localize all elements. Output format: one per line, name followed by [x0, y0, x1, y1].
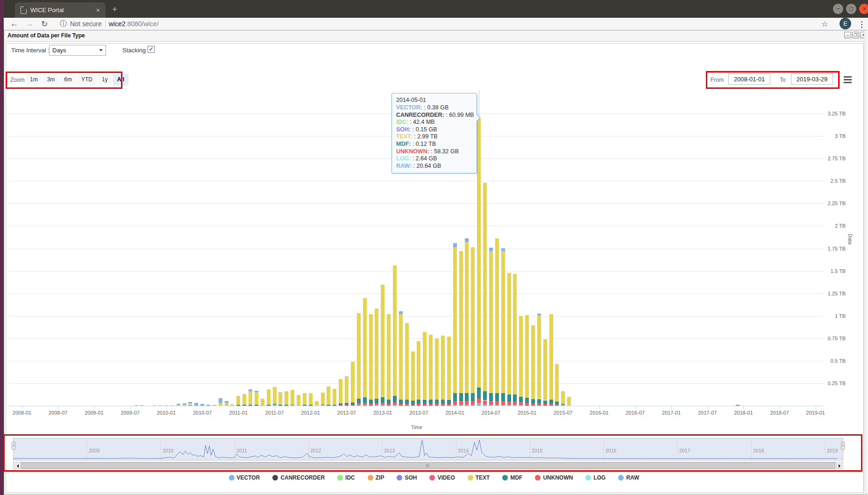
bar-segment-text[interactable] [537, 316, 541, 399]
bar-segment-mdf[interactable] [477, 387, 481, 398]
bar-segment-mdf[interactable] [273, 404, 277, 405]
bar-segment-mdf[interactable] [507, 395, 511, 402]
bar-segment-text[interactable] [315, 401, 319, 406]
bar-segment-mdf[interactable] [363, 397, 367, 403]
chart-menu-icon[interactable] [844, 76, 852, 85]
bar-segment-unknown[interactable] [357, 403, 361, 405]
bar-segment-text[interactable] [736, 404, 740, 405]
bar-segment-mdf[interactable] [489, 393, 493, 401]
bar-segment-mdf[interactable] [513, 395, 517, 402]
bar-segment-text[interactable] [435, 338, 439, 400]
bar-segment-text[interactable] [345, 376, 349, 403]
bar-segment-mdf[interactable] [375, 399, 378, 403]
bar-segment-unknown[interactable] [375, 403, 378, 405]
bar-segment-unknown[interactable] [393, 402, 397, 405]
bar-segment-mdf[interactable] [561, 404, 565, 405]
bar-segment-mdf[interactable] [483, 391, 487, 400]
bar-segment-text[interactable] [351, 362, 355, 402]
bar-segment-unknown[interactable] [495, 401, 499, 405]
bar-segment-vector[interactable] [453, 243, 457, 248]
bar-segment-mdf[interactable] [453, 393, 457, 401]
avatar[interactable]: E [840, 18, 851, 29]
bar-segment-vector[interactable] [188, 402, 192, 403]
bar-segment-text[interactable] [411, 352, 415, 401]
url-text[interactable]: wice2:8080/wice/ [109, 20, 159, 28]
bar-segment-vector[interactable] [489, 248, 493, 251]
bar-segment-text[interactable] [561, 391, 565, 404]
legend-item-idc[interactable]: IDC [337, 474, 355, 481]
tab-close-icon[interactable]: × [94, 7, 102, 14]
bar-segment-unknown[interactable] [453, 401, 457, 405]
bar-segment-mdf[interactable] [417, 400, 420, 404]
bar-segment-mdf[interactable] [423, 400, 427, 404]
bar-segment-text[interactable] [261, 399, 264, 406]
bar-segment-text[interactable] [309, 393, 313, 405]
legend-item-text[interactable]: TEXT [468, 474, 490, 481]
time-interval-select[interactable]: Days [49, 45, 106, 56]
bar-segment-unknown[interactable] [471, 401, 475, 405]
bar-segment-text[interactable] [273, 387, 277, 404]
bar-segment-mdf[interactable] [429, 400, 433, 404]
window-maximize-button[interactable]: □ [846, 4, 856, 14]
bar-segment-mdf[interactable] [357, 399, 361, 403]
bar-segment-text[interactable] [255, 392, 258, 405]
bar-segment-unknown[interactable] [381, 402, 384, 405]
bar-segment-text[interactable] [321, 393, 325, 404]
bar-segment-vector[interactable] [537, 314, 541, 316]
bar-segment-text[interactable] [393, 265, 397, 396]
bar-segment-mdf[interactable] [447, 400, 451, 404]
bar-segment-mdf[interactable] [465, 393, 469, 401]
bar-segment-text[interactable] [567, 397, 571, 406]
bar-segment-mdf[interactable] [345, 403, 349, 405]
bar-segment-text[interactable] [525, 315, 529, 398]
info-icon[interactable]: ⓘ [60, 19, 67, 28]
bar-segment-mdf[interactable] [339, 403, 342, 405]
bar-segment-text[interactable] [507, 273, 511, 395]
bar-segment-text[interactable] [423, 332, 427, 399]
bar-segment-text[interactable] [188, 403, 192, 405]
bar-segment-unknown[interactable] [483, 401, 487, 405]
bar-segment-unknown[interactable] [501, 401, 505, 405]
bar-segment-text[interactable] [519, 316, 523, 397]
bar-segment-mdf[interactable] [441, 400, 445, 404]
bar-segment-mdf[interactable] [387, 400, 391, 404]
legend-item-soh[interactable]: SOH [397, 474, 417, 481]
legend-item-log[interactable]: LOG [585, 474, 605, 481]
bar-segment-text[interactable] [381, 285, 384, 397]
bar-segment-mdf[interactable] [459, 393, 463, 401]
bar-segment-unknown[interactable] [519, 402, 523, 405]
bar-segment-text[interactable] [267, 389, 270, 405]
bar-segment-mdf[interactable] [471, 393, 475, 401]
bar-segment-mdf[interactable] [519, 397, 523, 402]
bar-segment-vector[interactable] [183, 403, 186, 405]
bar-segment-mdf[interactable] [381, 397, 384, 403]
bar-segment-vector[interactable] [399, 311, 403, 314]
bar-segment-unknown[interactable] [489, 401, 493, 405]
bar-segment-mdf[interactable] [291, 404, 294, 405]
bar-segment-mdf[interactable] [369, 400, 373, 404]
new-tab-button[interactable]: + [112, 4, 117, 14]
bar-segment-mdf[interactable] [549, 400, 553, 404]
page-scrollbar[interactable] [864, 30, 868, 493]
bar-segment-vector[interactable] [177, 404, 180, 405]
bar-segment-vector[interactable] [255, 391, 258, 392]
bar-segment-unknown[interactable] [477, 398, 481, 403]
bar-segment-text[interactable] [399, 314, 403, 400]
bar-segment-mdf[interactable] [531, 399, 535, 404]
bar-segment-mdf[interactable] [495, 393, 499, 401]
bar-segment-mdf[interactable] [543, 401, 547, 404]
panel-restore-button[interactable]: ❐ [852, 32, 859, 38]
bar-segment-mdf[interactable] [555, 402, 559, 404]
window-close-button[interactable]: × [859, 4, 868, 14]
legend-item-zip[interactable]: ZIP [368, 474, 384, 481]
legend-item-vector[interactable]: VECTOR [229, 474, 260, 481]
bar-segment-vector[interactable] [249, 389, 252, 391]
stacking-checkbox[interactable]: ✓ [148, 46, 155, 53]
bar-segment-text[interactable] [249, 391, 252, 405]
legend-item-unknown[interactable]: UNKNOWN [535, 474, 573, 481]
bar-segment-text[interactable] [531, 325, 535, 399]
bar-segment-text[interactable] [236, 396, 240, 405]
bar-segment-text[interactable] [333, 389, 336, 405]
bar-segment-text[interactable] [357, 313, 361, 399]
bar-segment-text[interactable] [543, 339, 547, 401]
